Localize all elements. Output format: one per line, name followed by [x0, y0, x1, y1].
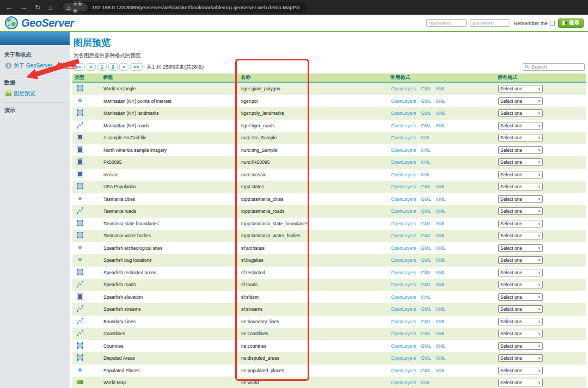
all-formats-select[interactable]: Select one∨	[498, 269, 543, 276]
format-link-kml[interactable]: KML	[436, 233, 445, 238]
format-link-openlayers[interactable]: OpenLayers	[391, 221, 416, 226]
search-box[interactable]	[523, 63, 585, 71]
format-link-kml[interactable]: KML	[436, 196, 445, 202]
all-formats-select[interactable]: Select one∨	[498, 379, 543, 386]
format-link-gml[interactable]: GML	[421, 368, 431, 373]
login-button[interactable]: 登录	[558, 19, 584, 28]
all-formats-select[interactable]: Select one∨	[498, 330, 543, 337]
format-link-gml[interactable]: GML	[421, 233, 431, 238]
format-link-kml[interactable]: KML	[436, 86, 445, 91]
all-formats-select[interactable]: Select one∨	[498, 293, 543, 301]
all-formats-select[interactable]: Select one∨	[498, 146, 543, 154]
format-link-openlayers[interactable]: OpenLayers	[391, 282, 416, 287]
format-link-kml[interactable]: KML	[421, 135, 430, 140]
all-formats-select[interactable]: Select one∨	[498, 281, 543, 288]
address-bar[interactable]: △ 不安全 192.168.0.133:8080/geoserver/web/w…	[60, 2, 307, 13]
format-link-gml[interactable]: GML	[421, 196, 431, 202]
format-link-openlayers[interactable]: OpenLayers	[391, 98, 416, 104]
format-link-openlayers[interactable]: OpenLayers	[391, 208, 416, 214]
remember-me-checkbox[interactable]	[550, 21, 555, 26]
format-link-kml[interactable]: KML	[436, 368, 445, 373]
all-formats-select[interactable]: Select one∨	[498, 122, 543, 130]
format-link-openlayers[interactable]: OpenLayers	[391, 196, 416, 202]
format-link-gml[interactable]: GML	[421, 110, 431, 116]
format-link-gml[interactable]: GML	[421, 331, 431, 336]
all-formats-select[interactable]: Select one∨	[498, 183, 543, 190]
format-link-gml[interactable]: GML	[421, 355, 431, 361]
format-link-gml[interactable]: GML	[421, 306, 431, 312]
format-link-kml[interactable]: KML	[436, 343, 445, 349]
format-link-kml[interactable]: KML	[436, 306, 445, 312]
all-formats-select[interactable]: Select one∨	[498, 354, 543, 362]
format-link-openlayers[interactable]: OpenLayers	[391, 184, 416, 189]
format-link-kml[interactable]: KML	[436, 355, 445, 361]
page-button-2[interactable]: 2	[108, 63, 118, 71]
format-link-kml[interactable]: KML	[421, 172, 430, 177]
sidebar-item-图层预览[interactable]: 图层预览	[5, 89, 65, 98]
format-link-openlayers[interactable]: OpenLayers	[391, 110, 416, 116]
all-formats-select[interactable]: Select one∨	[498, 232, 543, 239]
format-link-kml[interactable]: KML	[436, 98, 445, 104]
forward-icon[interactable]: →	[20, 4, 27, 11]
format-link-openlayers[interactable]: OpenLayers	[391, 172, 416, 177]
column-header-2[interactable]: 名称	[238, 74, 388, 81]
format-link-gml[interactable]: GML	[421, 270, 431, 275]
last-page-button[interactable]: >>	[130, 63, 143, 71]
all-formats-select[interactable]: Select one∨	[498, 244, 543, 252]
all-formats-select[interactable]: Select one∨	[498, 158, 543, 166]
format-link-openlayers[interactable]: OpenLayers	[391, 245, 416, 251]
format-link-kml[interactable]: KML	[436, 221, 445, 226]
column-header-4[interactable]: 所有格式	[495, 74, 586, 81]
all-formats-select[interactable]: Select one∨	[498, 195, 543, 203]
all-formats-select[interactable]: Select one∨	[498, 109, 543, 117]
all-formats-select[interactable]: Select one∨	[498, 85, 543, 93]
all-formats-select[interactable]: Select one∨	[498, 318, 543, 325]
format-link-openlayers[interactable]: OpenLayers	[391, 331, 416, 336]
home-icon[interactable]: ⌂	[48, 4, 53, 11]
format-link-kml[interactable]: KML	[436, 319, 445, 324]
format-link-openlayers[interactable]: OpenLayers	[391, 355, 416, 361]
reload-icon[interactable]: ↻	[35, 4, 41, 11]
format-link-openlayers[interactable]: OpenLayers	[391, 257, 416, 263]
format-link-openlayers[interactable]: OpenLayers	[391, 147, 416, 153]
back-icon[interactable]: ←	[5, 4, 13, 11]
all-formats-select[interactable]: Select one∨	[498, 171, 543, 178]
format-link-openlayers[interactable]: OpenLayers	[391, 306, 416, 312]
format-link-gml[interactable]: GML	[421, 86, 431, 91]
all-formats-select[interactable]: Select one∨	[498, 256, 543, 264]
format-link-kml[interactable]: KML	[421, 294, 430, 300]
format-link-gml[interactable]: GML	[421, 221, 431, 226]
format-link-openlayers[interactable]: OpenLayers	[391, 368, 416, 373]
format-link-openlayers[interactable]: OpenLayers	[391, 86, 416, 91]
format-link-kml[interactable]: KML	[436, 331, 445, 336]
format-link-gml[interactable]: GML	[421, 184, 431, 189]
format-link-gml[interactable]: GML	[421, 343, 431, 349]
all-formats-select[interactable]: Select one∨	[498, 207, 543, 215]
format-link-openlayers[interactable]: OpenLayers	[391, 270, 416, 275]
format-link-kml[interactable]: KML	[421, 380, 430, 385]
format-link-openlayers[interactable]: OpenLayers	[391, 159, 416, 165]
all-formats-select[interactable]: Select one∨	[498, 134, 543, 141]
all-formats-select[interactable]: Select one∨	[498, 367, 543, 374]
page-button-1[interactable]: 1	[97, 63, 107, 71]
format-link-kml[interactable]: KML	[436, 282, 445, 287]
format-link-kml[interactable]: KML	[436, 110, 445, 116]
format-link-gml[interactable]: GML	[421, 257, 431, 263]
format-link-openlayers[interactable]: OpenLayers	[391, 319, 416, 324]
format-link-kml[interactable]: KML	[436, 184, 445, 189]
all-formats-select[interactable]: Select one∨	[498, 220, 543, 227]
all-formats-select[interactable]: Select one∨	[498, 305, 543, 313]
all-formats-select[interactable]: Select one∨	[498, 97, 543, 105]
format-link-openlayers[interactable]: OpenLayers	[391, 294, 416, 300]
search-input[interactable]	[531, 64, 583, 70]
format-link-kml[interactable]: KML	[421, 159, 430, 165]
next-page-button[interactable]: >	[119, 63, 128, 71]
format-link-gml[interactable]: GML	[421, 208, 431, 214]
column-header-1[interactable]: 标题	[101, 74, 238, 81]
security-chip[interactable]: △ 不安全	[63, 3, 88, 11]
geoserver-logo[interactable]: GeoServer	[4, 16, 74, 30]
format-link-kml[interactable]: KML	[436, 245, 445, 251]
format-link-openlayers[interactable]: OpenLayers	[391, 343, 416, 349]
format-link-gml[interactable]: GML	[421, 245, 431, 251]
format-link-gml[interactable]: GML	[421, 123, 431, 128]
